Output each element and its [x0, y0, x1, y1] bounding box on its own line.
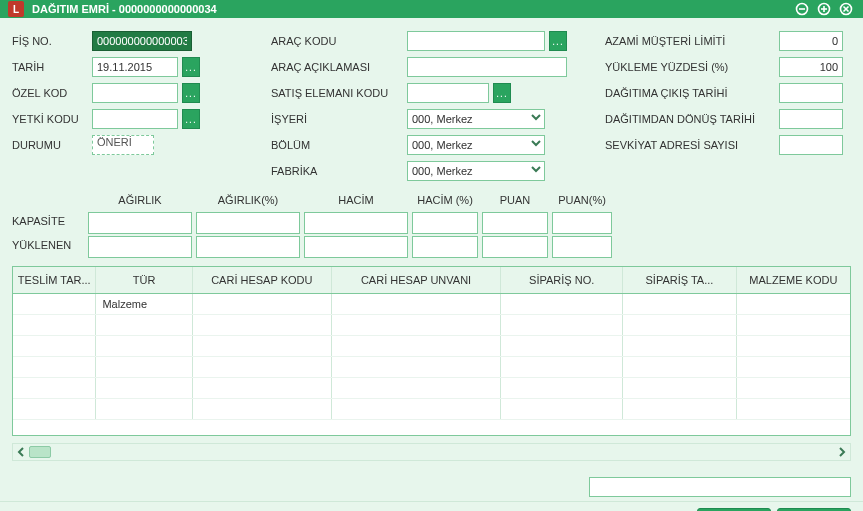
table-cell[interactable] — [332, 294, 501, 314]
table-cell[interactable] — [501, 294, 623, 314]
table-cell[interactable] — [13, 336, 96, 356]
arac-kodu-lookup-button[interactable]: ... — [549, 31, 567, 51]
donus-tarihi-label: DAĞITIMDAN DÖNÜŞ TARİHİ — [605, 113, 775, 125]
table-cell[interactable] — [623, 399, 736, 419]
table-cell[interactable] — [193, 357, 332, 377]
yuklenen-puan-input[interactable] — [482, 236, 548, 258]
table-cell[interactable] — [13, 357, 96, 377]
yuklenen-hacim-pct-input[interactable] — [412, 236, 478, 258]
hacim-pct-header: HACİM (%) — [417, 190, 473, 210]
table-cell[interactable] — [13, 378, 96, 398]
table-cell[interactable] — [96, 357, 192, 377]
table-cell[interactable] — [623, 336, 736, 356]
minimize-button[interactable] — [793, 0, 811, 18]
col-malzeme-kodu[interactable]: MALZEME KODU — [737, 267, 850, 293]
table-row[interactable] — [13, 378, 850, 399]
table-cell[interactable] — [501, 399, 623, 419]
table-cell[interactable] — [13, 315, 96, 335]
table-row[interactable] — [13, 315, 850, 336]
table-cell[interactable] — [623, 315, 736, 335]
ozel-kod-lookup-button[interactable]: ... — [182, 83, 200, 103]
table-cell[interactable] — [623, 294, 736, 314]
donus-tarihi-input[interactable] — [779, 109, 843, 129]
table-cell[interactable] — [96, 336, 192, 356]
table-cell[interactable] — [501, 315, 623, 335]
table-cell[interactable] — [623, 378, 736, 398]
fis-no-input[interactable] — [92, 31, 192, 51]
col-tur[interactable]: TÜR — [96, 267, 192, 293]
table-cell[interactable] — [332, 399, 501, 419]
tarih-lookup-button[interactable]: ... — [182, 57, 200, 77]
azami-label: AZAMİ MÜŞTERİ LİMİTİ — [605, 35, 775, 47]
horizontal-scrollbar[interactable] — [12, 443, 851, 461]
table-cell[interactable] — [96, 315, 192, 335]
scroll-right-button[interactable] — [834, 444, 850, 460]
ozel-kod-input[interactable] — [92, 83, 178, 103]
satis-elemani-kodu-lookup-button[interactable]: ... — [493, 83, 511, 103]
tarih-input[interactable] — [92, 57, 178, 77]
col-cari-hesap-unvani[interactable]: CARİ HESAP UNVANI — [332, 267, 501, 293]
fabrika-select[interactable] — [407, 161, 545, 181]
kapasite-puan-input[interactable] — [482, 212, 548, 234]
table-cell[interactable] — [193, 315, 332, 335]
satis-elemani-kodu-input[interactable] — [407, 83, 489, 103]
table-cell[interactable] — [13, 294, 96, 314]
top-form: FİŞ NO. TARİH ... ÖZEL KOD ... YETKİ KOD… — [12, 30, 851, 182]
isyeri-select[interactable] — [407, 109, 545, 129]
table-cell[interactable] — [737, 315, 850, 335]
scroll-left-button[interactable] — [13, 444, 29, 460]
table-cell[interactable] — [193, 378, 332, 398]
table-cell[interactable] — [623, 357, 736, 377]
col-siparis-no[interactable]: SİPARİŞ NO. — [501, 267, 623, 293]
kapasite-puan-pct-input[interactable] — [552, 212, 612, 234]
yetki-kodu-lookup-button[interactable]: ... — [182, 109, 200, 129]
sevkiyat-sayisi-input[interactable] — [779, 135, 843, 155]
col-siparis-tarih[interactable]: SİPARİŞ TA... — [623, 267, 736, 293]
maximize-button[interactable] — [815, 0, 833, 18]
table-cell[interactable] — [332, 336, 501, 356]
table-cell[interactable]: Malzeme — [96, 294, 192, 314]
yuklenen-agirlik-input[interactable] — [88, 236, 192, 258]
arac-kodu-input[interactable] — [407, 31, 545, 51]
table-cell[interactable] — [501, 357, 623, 377]
table-cell[interactable] — [193, 399, 332, 419]
bottom-search-input[interactable] — [589, 477, 851, 497]
table-cell[interactable] — [332, 378, 501, 398]
col-cari-hesap-kodu[interactable]: CARİ HESAP KODU — [193, 267, 332, 293]
table-cell[interactable] — [13, 399, 96, 419]
table-row[interactable] — [13, 357, 850, 378]
table-cell[interactable] — [332, 357, 501, 377]
yetki-kodu-input[interactable] — [92, 109, 178, 129]
table-cell[interactable] — [737, 336, 850, 356]
yuklenen-puan-pct-input[interactable] — [552, 236, 612, 258]
azami-input[interactable] — [779, 31, 843, 51]
durumu-label: DURUMU — [12, 139, 88, 151]
table-cell[interactable] — [193, 336, 332, 356]
table-row[interactable]: Malzeme — [13, 294, 850, 315]
scrollbar-thumb[interactable] — [29, 446, 51, 458]
table-cell[interactable] — [501, 378, 623, 398]
kapasite-hacim-pct-input[interactable] — [412, 212, 478, 234]
table-row[interactable] — [13, 336, 850, 357]
kapasite-agirlik-pct-input[interactable] — [196, 212, 300, 234]
kapasite-hacim-input[interactable] — [304, 212, 408, 234]
yuklenen-hacim-input[interactable] — [304, 236, 408, 258]
close-button[interactable] — [837, 0, 855, 18]
table-row[interactable] — [13, 399, 850, 420]
yukleme-yuzdesi-input[interactable] — [779, 57, 843, 77]
table-cell[interactable] — [332, 315, 501, 335]
arac-aciklamasi-input[interactable] — [407, 57, 567, 77]
kapasite-agirlik-input[interactable] — [88, 212, 192, 234]
table-cell[interactable] — [737, 378, 850, 398]
table-cell[interactable] — [501, 336, 623, 356]
col-teslim-tarih[interactable]: TESLİM TAR... — [13, 267, 96, 293]
table-cell[interactable] — [193, 294, 332, 314]
table-cell[interactable] — [96, 399, 192, 419]
table-cell[interactable] — [96, 378, 192, 398]
bolum-select[interactable] — [407, 135, 545, 155]
table-cell[interactable] — [737, 399, 850, 419]
table-cell[interactable] — [737, 294, 850, 314]
table-cell[interactable] — [737, 357, 850, 377]
cikis-tarihi-input[interactable] — [779, 83, 843, 103]
yuklenen-agirlik-pct-input[interactable] — [196, 236, 300, 258]
